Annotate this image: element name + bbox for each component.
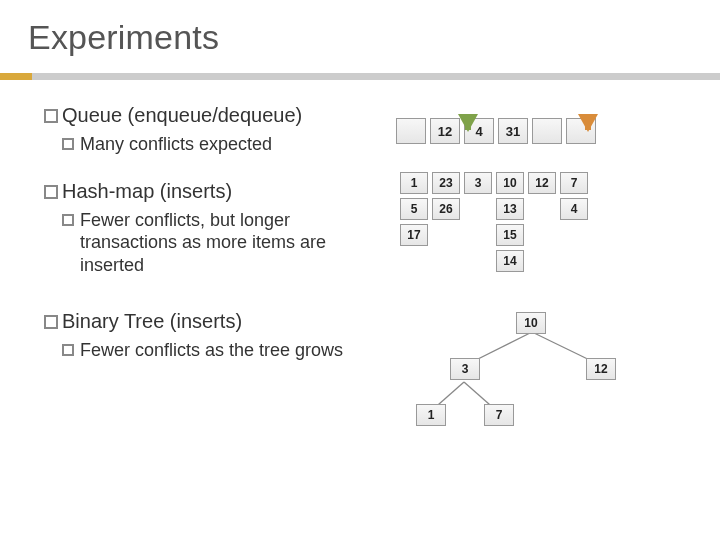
section-hashmap: Hash-map (inserts) Fewer conflicts, but … <box>44 180 384 277</box>
dequeue-arrow-icon <box>578 114 598 132</box>
hash-cell: 23 <box>432 172 460 194</box>
tree-node-root: 10 <box>516 312 546 334</box>
queue-cell: 31 <box>498 118 528 144</box>
content-area: Queue (enqueue/dequeue) Many conflicts e… <box>0 98 720 442</box>
hash-cell: 1 <box>400 172 428 194</box>
queue-cell <box>532 118 562 144</box>
section-queue: Queue (enqueue/dequeue) Many conflicts e… <box>44 104 384 156</box>
hash-row: 17 15 <box>400 224 696 246</box>
hash-cell: 10 <box>496 172 524 194</box>
bullet-hash-heading: Hash-map (inserts) <box>44 180 384 203</box>
tree-node-leaf: 7 <box>484 404 514 426</box>
hash-row: 14 <box>400 250 696 272</box>
queue-diagram: 12 4 31 <box>396 118 696 144</box>
bullet-queue-heading: Queue (enqueue/dequeue) <box>44 104 384 127</box>
page-title: Experiments <box>0 0 720 63</box>
bullet-tree-heading: Binary Tree (inserts) <box>44 310 384 333</box>
hash-cell: 15 <box>496 224 524 246</box>
title-rule <box>0 73 720 80</box>
hash-cell: 17 <box>400 224 428 246</box>
bullet-queue-sub: Many conflicts expected <box>62 133 384 156</box>
tree-node-leaf: 1 <box>416 404 446 426</box>
enqueue-arrow-icon <box>458 114 478 132</box>
queue-cell <box>396 118 426 144</box>
tree-diagram: 10 3 12 1 7 <box>402 312 696 442</box>
title-rule-accent <box>0 73 32 80</box>
hash-row: 5 26 13 4 <box>400 198 696 220</box>
tree-node-left: 3 <box>450 358 480 380</box>
section-tree: Binary Tree (inserts) Fewer conflicts as… <box>44 310 384 362</box>
hash-row: 1 23 3 10 12 7 <box>400 172 696 194</box>
hash-cell: 7 <box>560 172 588 194</box>
bullet-hash-sub: Fewer conflicts, but longer transactions… <box>62 209 384 277</box>
hash-cell: 4 <box>560 198 588 220</box>
hash-cell: 26 <box>432 198 460 220</box>
hash-cell: 5 <box>400 198 428 220</box>
hash-cell: 14 <box>496 250 524 272</box>
hash-cell: 3 <box>464 172 492 194</box>
tree-node-right: 12 <box>586 358 616 380</box>
queue-cell: 12 <box>430 118 460 144</box>
text-column: Queue (enqueue/dequeue) Many conflicts e… <box>44 98 384 442</box>
hash-cell: 12 <box>528 172 556 194</box>
hashmap-diagram: 1 23 3 10 12 7 5 26 13 4 17 15 <box>396 172 696 272</box>
visual-column: 12 4 31 1 23 3 10 12 7 5 26 13 <box>396 98 696 442</box>
bullet-tree-sub: Fewer conflicts as the tree grows <box>62 339 384 362</box>
hash-cell: 13 <box>496 198 524 220</box>
queue-cells: 12 4 31 <box>396 118 696 144</box>
